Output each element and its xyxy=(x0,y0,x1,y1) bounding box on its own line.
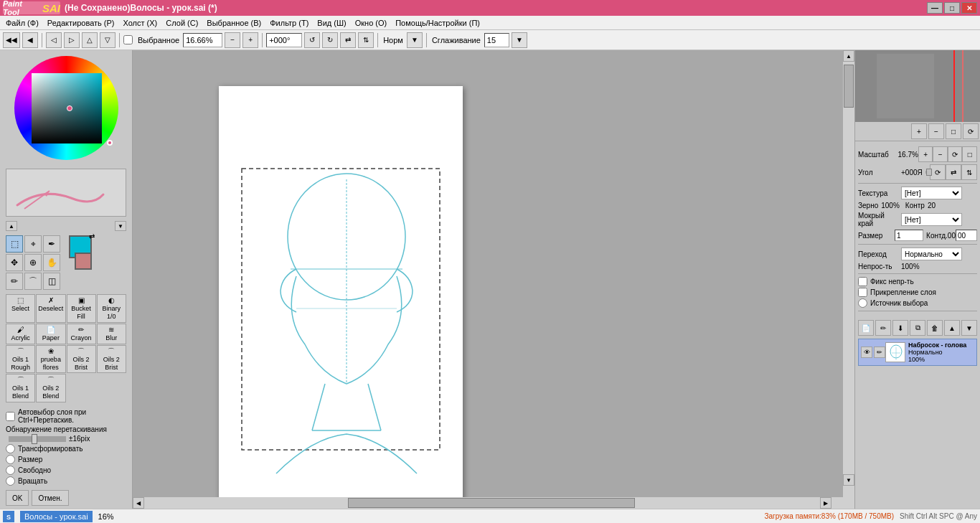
wet-edge-select[interactable]: [Нет] xyxy=(901,213,962,226)
tool-oils2-brist2[interactable]: ⌒ Oils 2Brist xyxy=(97,345,126,374)
color-square[interactable] xyxy=(32,73,102,143)
layer-item[interactable]: 👁 ✏ Набросок - голова Нормально 100% xyxy=(858,339,977,366)
pin-layer-checkbox[interactable] xyxy=(858,288,867,297)
zoom-tool-icon[interactable]: ⊕ xyxy=(24,254,42,271)
tb-nav-prev[interactable]: ◀ xyxy=(22,32,38,48)
scale-dec[interactable]: − xyxy=(933,146,948,162)
canvas-scrollbar-vertical[interactable]: ▲ ▼ xyxy=(843,50,854,497)
angle-flip-h[interactable]: ⇄ xyxy=(946,164,961,180)
auto-select-checkbox[interactable] xyxy=(6,412,15,421)
angle-slider-thumb[interactable] xyxy=(926,169,932,176)
size-input[interactable] xyxy=(895,230,923,241)
scale-btn-4[interactable]: ⟳ xyxy=(963,123,979,139)
menu-help[interactable]: Помощь/Настройки (П) xyxy=(391,17,484,29)
radio-rotate[interactable] xyxy=(6,476,15,486)
tb-smoothing-input[interactable] xyxy=(484,33,509,47)
pen-tool-icon[interactable]: ✏ xyxy=(6,273,23,290)
radio-free[interactable] xyxy=(6,466,15,475)
tb-zoom-input[interactable] xyxy=(183,33,222,47)
canvas-area[interactable]: ▲ ▼ ◀ ▶ xyxy=(133,50,854,509)
secondary-color-swatch[interactable] xyxy=(75,253,92,270)
menu-filter[interactable]: Фильтр (Т) xyxy=(265,17,313,29)
select-tool-icon[interactable]: ⬚ xyxy=(6,235,23,253)
scale-fit[interactable]: □ xyxy=(962,146,977,162)
tool-crayon[interactable]: ✏ Crayon xyxy=(67,324,96,344)
menu-selected[interactable]: Выбранное (В) xyxy=(202,17,265,29)
layer-delete[interactable]: 🗑 xyxy=(927,320,943,336)
eraser-tool-icon[interactable]: ◫ xyxy=(43,273,60,290)
tb-flip-v[interactable]: ⇅ xyxy=(358,32,374,48)
tb-angle-cw[interactable]: ↻ xyxy=(322,32,338,48)
scroll-left-button[interactable]: ◀ xyxy=(133,497,144,509)
tb-angle-input[interactable] xyxy=(266,33,302,47)
scroll-up-button[interactable]: ▲ xyxy=(843,50,854,62)
radio-size[interactable] xyxy=(6,455,15,464)
move-tool-icon[interactable]: ✥ xyxy=(6,254,23,271)
tb-nav-first[interactable]: ◀◀ xyxy=(3,32,20,48)
brush-scroll-up[interactable]: ▲ xyxy=(6,221,17,231)
scale-reset[interactable]: ⟳ xyxy=(948,146,963,162)
maximize-button[interactable]: □ xyxy=(944,2,960,14)
source-radio[interactable] xyxy=(858,298,867,308)
new-layer-button[interactable]: 📄 xyxy=(858,320,874,336)
tool-oils2-blend[interactable]: ⌒ Oils 2Blend xyxy=(36,374,65,402)
drag-slider[interactable] xyxy=(9,436,66,442)
tb-blendmode-dropdown[interactable]: ▼ xyxy=(407,32,423,48)
tb-smoothing-dropdown[interactable]: ▼ xyxy=(512,32,527,48)
angle-reset[interactable]: ⟳ xyxy=(930,164,946,180)
layer-visibility-toggle[interactable]: 👁 xyxy=(861,347,872,358)
tool-acrylic[interactable]: 🖌 Acrylic xyxy=(6,324,35,344)
color-wheel[interactable] xyxy=(14,56,118,160)
scale-btn-2[interactable]: − xyxy=(928,123,944,139)
tool-bucket-fill[interactable]: ▣ BucketFill xyxy=(67,294,96,323)
tool-binary[interactable]: ◐ Binary1/0 xyxy=(97,294,126,323)
menu-file[interactable]: Файл (Ф) xyxy=(1,17,43,29)
angle-flip-v[interactable]: ⇅ xyxy=(961,164,977,180)
layer-lock-toggle[interactable]: ✏ xyxy=(874,347,885,358)
tool-oils2-brist1[interactable]: ⌒ Oils 2Brist xyxy=(67,345,96,374)
ok-button[interactable]: OK xyxy=(6,490,29,506)
close-button[interactable]: ✕ xyxy=(961,2,977,14)
menu-window[interactable]: Окно (О) xyxy=(351,17,392,29)
fix-opacity-checkbox[interactable] xyxy=(858,277,867,286)
canvas-scrollbar-horizontal[interactable]: ◀ ▶ xyxy=(133,497,843,509)
cancel-button[interactable]: Отмен. xyxy=(32,490,68,506)
transition-select[interactable]: Нормально xyxy=(901,248,962,260)
color-wheel-container[interactable] xyxy=(14,56,118,160)
brush-scroll-down[interactable]: ▼ xyxy=(115,221,126,231)
scroll-right-button[interactable]: ▶ xyxy=(820,497,831,509)
layer-move-down[interactable]: ▼ xyxy=(961,320,977,336)
scroll-down-button[interactable]: ▼ xyxy=(843,474,854,486)
tool-prueba[interactable]: ❀ pruebaflores xyxy=(36,345,65,374)
hand-tool-icon[interactable]: ✋ xyxy=(43,254,60,271)
scale-inc[interactable]: + xyxy=(918,146,933,162)
tb-zoom-minus[interactable]: − xyxy=(225,32,240,48)
tb-zoom-plus[interactable]: + xyxy=(242,32,258,48)
tb-flip-h[interactable]: ⇄ xyxy=(340,32,356,48)
scroll-thumb-horizontal[interactable] xyxy=(348,498,635,508)
menu-view[interactable]: Вид (Ш) xyxy=(313,17,350,29)
tb-selected-checkbox[interactable] xyxy=(123,35,133,44)
texture-select[interactable]: [Нет] xyxy=(901,187,962,199)
pencil-tool-icon[interactable]: ⌒ xyxy=(24,273,42,290)
tool-paper[interactable]: 📄 Paper xyxy=(36,324,65,344)
layer-merge-down[interactable]: ⬇ xyxy=(892,320,908,336)
tool-blur[interactable]: ≋ Blur xyxy=(97,324,126,344)
tool-oils1-rough[interactable]: ⌒ Oils 1Rough xyxy=(6,345,35,374)
radio-transform[interactable] xyxy=(6,444,15,453)
new-layer-folder[interactable]: ✏ xyxy=(875,320,891,336)
tb-angle-ccw[interactable]: ↺ xyxy=(304,32,320,48)
tb-move-left[interactable]: ◁ xyxy=(46,32,62,48)
tb-move-right[interactable]: ▷ xyxy=(64,32,80,48)
contour-input[interactable] xyxy=(956,230,977,241)
transform-tool-icon[interactable]: ⌖ xyxy=(24,235,42,253)
scale-btn-3[interactable]: □ xyxy=(946,123,961,139)
scale-btn-1[interactable]: + xyxy=(911,123,927,139)
menu-edit[interactable]: Редактировать (Р) xyxy=(43,17,119,29)
swap-colors-icon[interactable]: ⇄ xyxy=(89,232,95,240)
tb-move-up[interactable]: △ xyxy=(82,32,98,48)
tb-move-down[interactable]: ▽ xyxy=(100,32,116,48)
scroll-thumb-vertical[interactable] xyxy=(844,65,854,108)
tool-select[interactable]: ⬚ Select xyxy=(6,294,35,323)
eyedropper-icon[interactable]: ✒ xyxy=(43,235,60,253)
